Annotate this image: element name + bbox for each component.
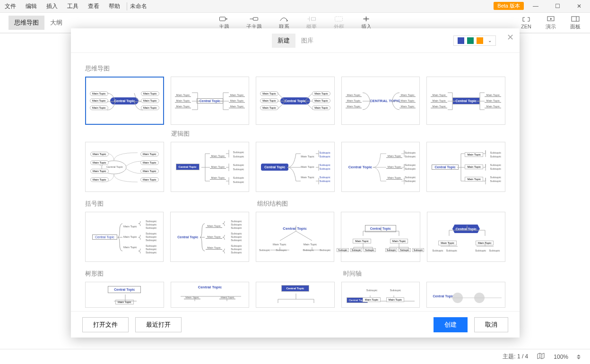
template-timeline-1[interactable]: Central Topic Main Topic Main Topic Subt…: [341, 282, 420, 308]
window-close[interactable]: ✕: [568, 0, 590, 12]
modal-tabs: 新建 图库: [272, 34, 319, 48]
template-mindmap-5[interactable]: Main TopicMain TopicMain Topic Central T…: [426, 77, 505, 125]
section-org-title: 组织结构图: [257, 199, 288, 208]
template-logic-4[interactable]: Central Topic Main TopicMain TopicMain T…: [426, 142, 505, 192]
template-mindmap-4[interactable]: Main TopicMain TopicMain Topic CENTRAL T…: [341, 77, 420, 125]
template-org-2[interactable]: Central Topic Main TopicMain Topic Subto…: [341, 212, 420, 262]
tool-subtopic[interactable]: 子主题: [246, 16, 262, 30]
hex-central: Central Topic: [452, 225, 480, 233]
tool-present[interactable]: 演示: [546, 16, 556, 30]
tool-boundary[interactable]: 外框: [334, 16, 344, 30]
doc-name: 未命名: [127, 2, 150, 10]
cancel-button[interactable]: 取消: [474, 317, 508, 332]
summary-icon: [307, 16, 316, 22]
zoom-value[interactable]: 100%: [554, 354, 568, 360]
mode-outline[interactable]: 大纲: [44, 16, 68, 30]
template-tree-3[interactable]: Central Topic: [256, 282, 335, 308]
panel-toggle[interactable]: 面板: [570, 16, 581, 30]
template-timeline-2[interactable]: Central Topic: [426, 282, 505, 308]
template-logic-2[interactable]: Central Topic Main TopicMain TopicMain T…: [256, 142, 335, 192]
new-template-modal: 新建 图库 ⌄ ✕ 思维导图 Main TopicMain TopicMain …: [71, 28, 520, 338]
modal-tab-new[interactable]: 新建: [272, 34, 295, 48]
modal-header: 新建 图库 ⌄ ✕: [71, 28, 520, 53]
menu-help[interactable]: 帮助: [104, 2, 125, 10]
svg-rect-0: [220, 17, 226, 21]
mode-mindmap[interactable]: 思维导图: [9, 16, 44, 30]
svg-rect-2: [312, 17, 316, 20]
svg-rect-1: [253, 17, 258, 20]
map-icon[interactable]: [537, 353, 545, 361]
section-logic-row: Central Topic Main TopicMain TopicMain T…: [85, 142, 505, 192]
panel-icon: [571, 16, 580, 22]
svg-rect-3: [335, 17, 343, 21]
create-button[interactable]: 创建: [434, 317, 468, 332]
toolbar-right: ZEN 演示 面板: [521, 16, 581, 30]
menu-view[interactable]: 查看: [83, 2, 104, 10]
template-brace-2[interactable]: Central Topic Main TopicMain TopicMain T…: [170, 212, 249, 262]
template-tree-1[interactable]: Central Topic Main Topic: [85, 282, 164, 308]
tool-insert[interactable]: 插入: [361, 16, 372, 30]
section-brace-title: 括号图: [85, 199, 257, 208]
template-logic-1[interactable]: Central Topic Main TopicMain TopicMain T…: [171, 142, 250, 192]
open-file-button[interactable]: 打开文件: [82, 317, 129, 332]
section-mindmap-row: Main TopicMain TopicMain Topic Central T…: [85, 77, 505, 125]
menu-tool[interactable]: 工具: [62, 2, 83, 10]
org-lines: [256, 212, 334, 261]
section-logic-title: 逻辑图: [171, 130, 505, 138]
svg-rect-5: [572, 17, 579, 21]
boundary-icon: [334, 16, 344, 22]
section-mindmap-title: 思维导图: [85, 64, 505, 73]
modal-close[interactable]: ✕: [507, 32, 514, 43]
plus-icon: [362, 16, 371, 22]
org-lines: [427, 212, 505, 261]
status-topic: 主题: 1 / 4: [503, 353, 528, 361]
tool-summary[interactable]: 概要: [306, 16, 317, 30]
swatch-primary: [458, 37, 464, 44]
topic-icon: [219, 16, 229, 22]
menu-edit[interactable]: 编辑: [21, 2, 42, 10]
present-icon: [546, 16, 555, 22]
section-tree-title: 树形图: [85, 269, 343, 278]
subtopic-icon: [249, 16, 259, 22]
recent-open-button[interactable]: 最近打开: [135, 317, 182, 332]
section-tree-timeline-row: Central Topic Main Topic Central Topic M…: [85, 282, 505, 308]
tool-topic[interactable]: 主题: [219, 16, 229, 30]
template-mindmap-3[interactable]: Main TopicMain TopicMain Topic Central T…: [256, 77, 335, 125]
mode-tabs: 思维导图 大纲: [9, 16, 68, 30]
org-lines: [341, 212, 420, 261]
window-minimize[interactable]: —: [525, 0, 547, 12]
toolbar-center: 主题 子主题 联系 概要 外框 插入: [219, 16, 372, 30]
template-logic-3[interactable]: Central Topic Main TopicMain TopicMain T…: [341, 142, 420, 192]
zen-icon: [521, 16, 531, 23]
zoom-stepper[interactable]: [577, 354, 581, 360]
timeline-lines: [342, 282, 420, 307]
section-brace-org-row: Central Topic Main TopicMain TopicMain T…: [85, 212, 505, 262]
template-brace-1[interactable]: Central Topic Main TopicMain TopicMain T…: [85, 212, 164, 262]
color-theme-picker[interactable]: ⌄: [453, 35, 496, 46]
swatch-secondary: [467, 37, 474, 44]
menu-file[interactable]: 文件: [0, 2, 21, 10]
modal-tab-gallery[interactable]: 图库: [295, 34, 319, 48]
relation-icon: [279, 16, 289, 22]
status-bar: 主题: 1 / 4 100%: [0, 349, 590, 364]
window-controls: — ☐ ✕: [525, 0, 590, 12]
section-timeline-title: 时间轴: [343, 269, 362, 278]
swatch-accent: [477, 37, 483, 44]
template-org-1[interactable]: Central Topic Main TopicMain Topic Subto…: [256, 212, 334, 262]
beta-badge: Beta 版本: [494, 2, 524, 10]
template-logic-0[interactable]: Central Topic Main TopicMain TopicMain T…: [85, 142, 164, 192]
tool-zen[interactable]: ZEN: [521, 16, 531, 29]
modal-footer: 打开文件 最近打开 创建 取消: [71, 311, 520, 338]
template-tree-2[interactable]: Central Topic Main TopicMain Topic: [171, 282, 250, 308]
template-org-3[interactable]: Central Topic Main TopicMain Topic Subto…: [427, 212, 505, 262]
template-mindmap-2[interactable]: Main TopicMain TopicMain Topic Central T…: [171, 77, 250, 125]
tool-relation[interactable]: 联系: [279, 16, 289, 30]
modal-body[interactable]: 思维导图 Main TopicMain TopicMain Topic Cent…: [71, 53, 520, 311]
chevron-down-icon: ⌄: [488, 38, 492, 43]
template-mindmap-1[interactable]: Main TopicMain TopicMain Topic Central T…: [85, 77, 164, 125]
window-maximize[interactable]: ☐: [547, 0, 568, 12]
menu-insert[interactable]: 插入: [42, 2, 62, 10]
